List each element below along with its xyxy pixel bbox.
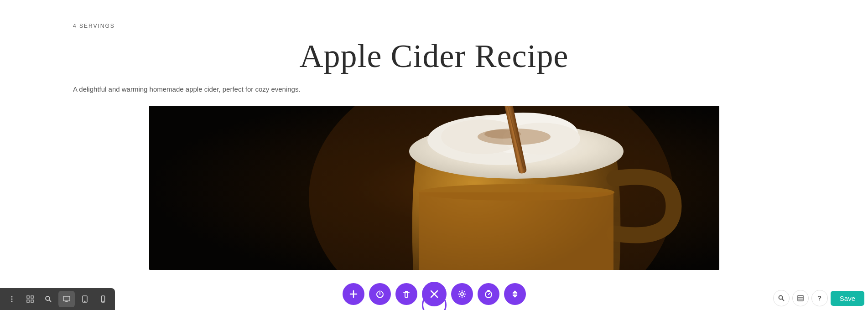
- search-button[interactable]: [40, 291, 57, 307]
- right-toolbar: ? Save: [773, 290, 864, 306]
- svg-point-15: [11, 299, 13, 300]
- svg-point-27: [84, 301, 85, 302]
- desktop-button[interactable]: [58, 291, 75, 307]
- center-actions: [343, 282, 526, 306]
- menu-button[interactable]: [4, 291, 20, 307]
- page-content: 4 SERVINGS Apple Cider Recipe A delightf…: [0, 0, 868, 270]
- svg-point-16: [11, 301, 13, 302]
- help-button[interactable]: ?: [811, 290, 828, 306]
- grid-button[interactable]: [22, 291, 38, 307]
- search-right-button[interactable]: [773, 290, 790, 306]
- recipe-description: A delightful and warming homemade apple …: [73, 85, 795, 93]
- tablet-button[interactable]: [77, 291, 93, 307]
- close-button[interactable]: [422, 282, 447, 306]
- hero-image-svg: [149, 106, 719, 270]
- svg-rect-23: [63, 296, 70, 301]
- delete-button[interactable]: [395, 283, 417, 305]
- svg-point-21: [46, 296, 50, 300]
- left-toolbar: [0, 288, 115, 310]
- servings-label: 4 SERVINGS: [73, 23, 795, 29]
- reorder-button[interactable]: [504, 283, 526, 305]
- svg-rect-19: [27, 300, 29, 302]
- svg-point-14: [11, 296, 13, 298]
- svg-point-29: [103, 301, 104, 302]
- add-button[interactable]: [343, 283, 364, 305]
- svg-rect-18: [31, 296, 33, 298]
- svg-line-42: [782, 299, 784, 301]
- settings-button[interactable]: [451, 283, 473, 305]
- hero-image: [149, 106, 719, 270]
- svg-line-22: [49, 300, 51, 302]
- svg-rect-20: [31, 300, 33, 302]
- svg-rect-43: [798, 295, 803, 301]
- timer-button[interactable]: [478, 283, 499, 305]
- mobile-button[interactable]: [95, 291, 111, 307]
- svg-point-35: [461, 293, 463, 295]
- svg-rect-17: [27, 296, 29, 298]
- svg-line-39: [489, 293, 490, 294]
- recipe-title: Apple Cider Recipe: [73, 37, 795, 75]
- layers-button[interactable]: [792, 290, 809, 306]
- svg-point-41: [779, 296, 782, 300]
- power-button[interactable]: [369, 283, 391, 305]
- svg-rect-4: [419, 192, 613, 270]
- save-button[interactable]: Save: [831, 291, 864, 306]
